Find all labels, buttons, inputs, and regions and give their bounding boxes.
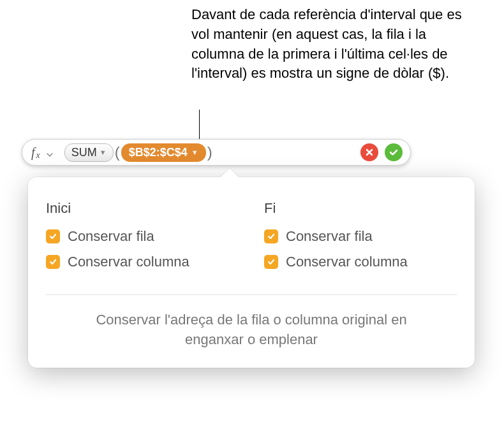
function-token[interactable]: SUM ▼ [64, 143, 114, 162]
checkbox-checked[interactable] [46, 255, 60, 269]
checkbox-checked[interactable] [46, 229, 60, 243]
fx-button[interactable]: fx [25, 145, 59, 160]
formula-bar: fx SUM ▼ ( $B$2:$C$4 ▼ ) [22, 139, 411, 166]
formula-content[interactable]: SUM ▼ ( $B$2:$C$4 ▼ ) [59, 143, 355, 162]
end-header: Fi [264, 200, 457, 217]
checkbox-label: Conservar fila [286, 228, 373, 245]
function-name: SUM [71, 146, 97, 159]
range-ref: $B$2:$C$4 [129, 146, 188, 159]
fx-label: f [31, 145, 35, 160]
popover-grid: Inici Conservar fila Conservar columna F… [46, 200, 457, 279]
cancel-button[interactable] [360, 143, 378, 161]
check-icon [389, 147, 399, 157]
start-header: Inici [46, 200, 239, 217]
close-icon [365, 148, 374, 157]
end-preserve-row[interactable]: Conservar fila [264, 228, 457, 245]
checkbox-label: Conservar fila [68, 228, 154, 245]
close-paren: ) [207, 143, 212, 161]
preserve-reference-popover: Inici Conservar fila Conservar columna F… [28, 177, 475, 368]
chevron-down-icon [47, 149, 53, 156]
range-token[interactable]: $B$2:$C$4 ▼ [121, 143, 206, 162]
formula-bar-container: fx SUM ▼ ( $B$2:$C$4 ▼ ) [22, 139, 411, 166]
start-preserve-col[interactable]: Conservar columna [46, 254, 239, 270]
popover-footer-text: Conservar l'adreça de la fila o columna … [46, 310, 457, 350]
formula-actions [355, 143, 408, 161]
check-icon [48, 232, 57, 241]
fx-sub: x [36, 150, 40, 161]
check-icon [48, 257, 57, 266]
confirm-button[interactable] [385, 143, 403, 161]
check-icon [267, 257, 276, 266]
popover-arrow [221, 168, 239, 177]
checkbox-checked[interactable] [264, 255, 278, 269]
start-preserve-row[interactable]: Conservar fila [46, 228, 239, 245]
end-column: Fi Conservar fila Conservar columna [264, 200, 457, 279]
checkbox-label: Conservar columna [286, 254, 408, 270]
divider [46, 294, 457, 295]
checkbox-label: Conservar columna [68, 254, 189, 270]
check-icon [267, 232, 276, 241]
start-column: Inici Conservar fila Conservar columna [46, 200, 239, 279]
annotation-text: Davant de cada referència d'interval que… [191, 5, 478, 83]
caret-down-icon: ▼ [191, 148, 198, 156]
open-paren: ( [115, 143, 120, 161]
caret-down-icon: ▼ [100, 148, 107, 156]
end-preserve-col[interactable]: Conservar columna [264, 254, 457, 270]
checkbox-checked[interactable] [264, 229, 278, 243]
